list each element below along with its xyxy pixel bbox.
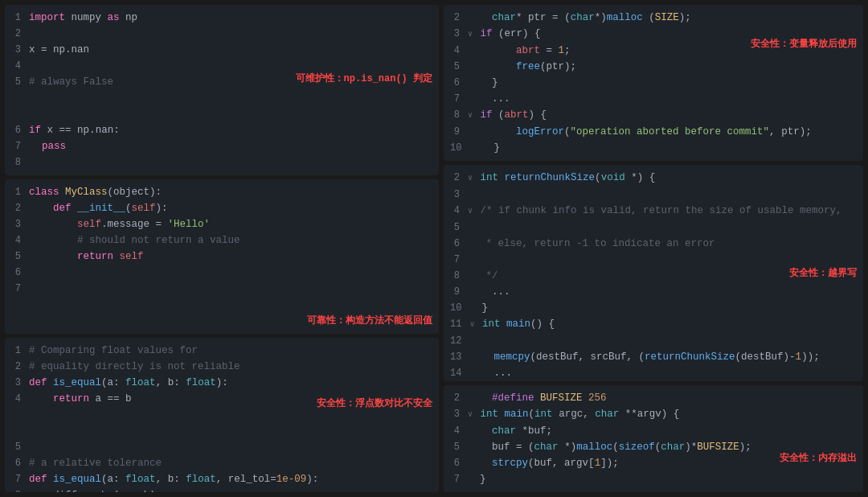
code-line: 3 self.message = 'Hello' [11,216,432,232]
right-column: 安全性：变量释放后使用 2 char* ptr = (char*)malloc … [444,5,863,492]
code-line: 9 logError("operation aborted before com… [450,124,857,140]
code-line: 5 return self [11,249,432,265]
code-line: 2 ∨ int returnChunkSize(void *) { [450,170,857,187]
code-line: 3 def is_equal(a: float, b: float): [11,375,432,391]
c-block-2: 安全性：越界写 2 ∨ int returnChunkSize(void *) … [444,165,863,381]
code-line: 8 diff = abs(a - b) [11,487,432,492]
code-line: 7 [450,252,857,268]
code-line: 6 # a relative tolerance [11,455,432,471]
code-line: 5 [11,439,432,455]
code-line: 11 ∨ int main() { [450,316,857,333]
python-block-2: 1 class MyClass(object): 2 def __init__(… [5,179,439,334]
code-line: 2 char* ptr = (char*)malloc (SIZE); [450,10,857,26]
annotation-3: 安全性：浮点数对比不安全 [317,396,432,412]
code-line: 4 # should not return a value [11,232,432,249]
code-line: 8 ∨ if (abrt) { [450,107,857,124]
code-line: 7 ... [450,91,857,107]
code-line: 7 可靠性：构造方法不能返回值 [11,281,432,329]
code-line: 7 } [450,471,857,487]
code-line: 14 ... [450,365,857,381]
code-line: 7 def is_equal(a: float, b: float, rel_t… [11,471,432,487]
annotation-1: 可维护性：np.is_nan() 判定 [296,71,432,87]
code-line: 1 class MyClass(object): [11,184,432,200]
code-line: 1 import numpy as np [11,10,432,26]
code-line: 5 # always False 可维护性：np.is_nan() 判定 [11,74,432,122]
annotation-c2: 安全性：越界写 [789,266,857,280]
code-line: 7 pass [11,138,432,154]
code-line: 8 [11,154,432,170]
code-line: 9 ... [450,284,857,300]
code-line: 10 } [450,140,857,156]
python-block-1: 1 import numpy as np 2 3 x = np.nan 4 5 … [5,5,439,175]
code-line: 6 if x == np.nan: [11,122,432,138]
code-line: 4 char *buf; [450,423,857,439]
code-line: 2 def __init__(self): [11,200,432,216]
code-line: 3 ∨ int main(int argc, char **argv) { [450,406,857,423]
annotation-c1: 安全性：变量释放后使用 [751,37,857,51]
code-line: 2 #define BUFSIZE 256 [450,390,857,406]
annotation-2: 可靠性：构造方法不能返回值 [307,313,432,329]
code-line: 6 } [450,75,857,91]
code-line: 2 [11,26,432,42]
code-line: 10 } [450,300,857,316]
code-line: 6 [11,265,432,281]
code-line: 1 # Comparing float values for [11,343,432,359]
left-column: 1 import numpy as np 2 3 x = np.nan 4 5 … [5,5,439,492]
code-line: 2 # equality directly is not reliable [11,359,432,375]
code-line: 12 [450,333,857,349]
code-line: 3 x = np.nan [11,42,432,58]
code-line: 3 [450,187,857,203]
code-line: 4 ∨ /* if chunk info is valid, return th… [450,203,857,220]
c-block-1: 安全性：变量释放后使用 2 char* ptr = (char*)malloc … [444,5,863,161]
code-line: 6 * else, return -1 to indicate an error [450,236,857,252]
code-line: 13 memcpy(destBuf, srcBuf, (returnChunkS… [450,349,857,365]
c-block-3: 安全性：内存溢出 2 #define BUFSIZE 256 3 ∨ int m… [444,385,863,492]
python-block-3: 1 # Comparing float values for 2 # equal… [5,338,439,492]
code-line: 5 free(ptr); [450,59,857,75]
code-line: 4 return a == b 安全性：浮点数对比不安全 [11,391,432,439]
annotation-c3: 安全性：内存溢出 [780,451,857,465]
code-line: 5 [450,220,857,236]
